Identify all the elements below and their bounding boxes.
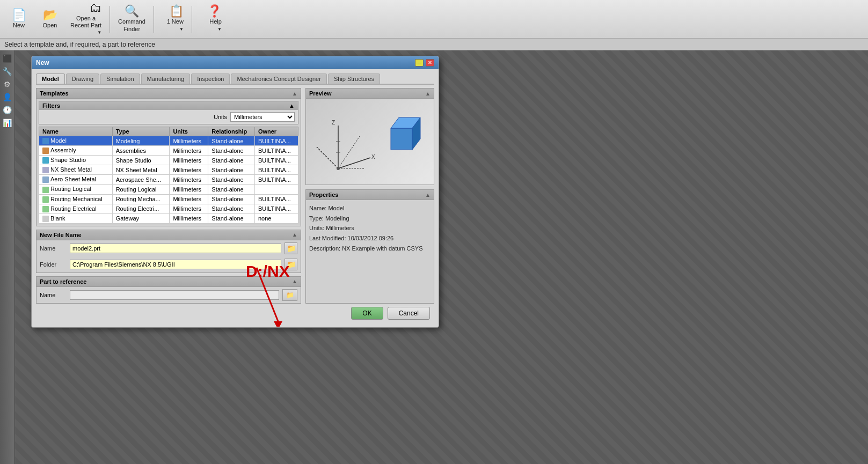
open-recent-icon: 🗂 xyxy=(90,2,101,14)
cell-name: Blank xyxy=(39,213,113,223)
cell-owner: BUILTIN\A... xyxy=(254,165,298,175)
tab-manufacturing[interactable]: Manufacturing xyxy=(141,73,191,84)
sidebar-icon-3[interactable]: ⚙ xyxy=(2,78,13,90)
name-browse-button[interactable]: 📁 xyxy=(285,242,297,254)
svg-marker-10 xyxy=(391,128,412,150)
dialog-minimize-button[interactable]: ─ xyxy=(415,59,424,67)
command-finder-label: CommandFinder xyxy=(118,18,145,32)
cell-type: NX Sheet Metal xyxy=(112,165,170,175)
cell-type: Gateway xyxy=(112,213,170,223)
filters-header[interactable]: Filters ▲ xyxy=(39,101,298,110)
folder-input[interactable] xyxy=(70,260,281,269)
filters-body: Units Millimeters Inches xyxy=(39,110,298,124)
folder-browse-button[interactable]: 📁 xyxy=(285,259,297,270)
prop-type: Type: Modeling xyxy=(309,213,431,224)
1-new-button[interactable]: 📋 1 New ▼ xyxy=(158,3,187,35)
cell-owner: BUILTIN\A... xyxy=(254,204,298,213)
status-text: Select a template and, if required, a pa… xyxy=(4,41,155,48)
tab-drawing[interactable]: Drawing xyxy=(66,73,99,84)
main-area: ⬛ 🔧 ⚙ 👤 🕐 📊 New ─ ✕ xyxy=(0,50,868,464)
part-ref-section: Part to reference ▲ Name 📁 xyxy=(36,276,301,304)
cell-relationship: Stand-alone xyxy=(208,194,255,204)
tab-bar: Model Drawing Simulation Manufacturing I… xyxy=(36,73,434,85)
svg-line-4 xyxy=(317,147,338,168)
units-select[interactable]: Millimeters Inches xyxy=(230,112,295,122)
name-input[interactable] xyxy=(70,244,281,253)
statusbar: Select a template and, if required, a pa… xyxy=(0,39,868,50)
part-ref-header: Part to reference ▲ xyxy=(37,277,301,287)
cell-type: Assemblies xyxy=(112,146,170,156)
cell-units: Millimeters xyxy=(170,146,208,156)
1-new-icon: 📋 xyxy=(169,5,184,17)
preview-header: Preview ▲ xyxy=(306,89,434,99)
table-row[interactable]: Routing Mechanical Routing Mecha... Mill… xyxy=(39,194,298,204)
svg-text:Z: Z xyxy=(332,120,335,126)
cell-type: Modeling xyxy=(112,136,170,146)
sidebar-icon-6[interactable]: 📊 xyxy=(2,117,13,129)
table-row[interactable]: NX Sheet Metal NX Sheet Metal Millimeter… xyxy=(39,165,298,175)
table-row[interactable]: Routing Logical Routing Logical Millimet… xyxy=(39,185,298,194)
cell-name: Model xyxy=(39,136,113,146)
templates-collapse-btn[interactable]: ▲ xyxy=(292,91,297,97)
properties-section: Properties ▲ Name: Model Type: Modeling … xyxy=(305,189,434,304)
new-label: New xyxy=(13,22,25,29)
tab-ship[interactable]: Ship Structures xyxy=(328,73,380,84)
cell-type: Aerospace She... xyxy=(112,175,170,185)
dialog-title: New xyxy=(36,59,49,67)
new-button[interactable]: 📄 New xyxy=(4,6,33,32)
tab-model[interactable]: Model xyxy=(36,73,65,84)
open-recent-button[interactable]: 🗂 Open aRecent Part ▼ xyxy=(67,0,105,39)
folder-row: Folder 📁 xyxy=(37,256,301,272)
workspace: New ─ ✕ Model Drawing Simulation Manufac… xyxy=(15,50,868,464)
help-button[interactable]: ❓ Help ▼ xyxy=(196,3,225,35)
cell-owner: BUILTIN\A... xyxy=(254,156,298,165)
properties-label: Properties xyxy=(309,192,338,198)
dialog-body: Model Drawing Simulation Manufacturing I… xyxy=(32,69,439,327)
file-name-label: New File Name xyxy=(40,232,82,238)
open-button[interactable]: 📂 Open xyxy=(35,6,64,32)
file-name-collapse-btn[interactable]: ▲ xyxy=(292,232,297,238)
preview-collapse-btn[interactable]: ▲ xyxy=(425,91,431,97)
sidebar-icon-5[interactable]: 🕐 xyxy=(2,104,13,116)
cell-owner: none xyxy=(254,213,298,223)
part-ref-browse-button[interactable]: 📁 xyxy=(282,289,297,301)
cell-owner: BUILTIN\A... xyxy=(254,136,298,146)
cell-units: Millimeters xyxy=(170,136,208,146)
filters-box: Filters ▲ Units Millimeters Inches xyxy=(39,101,298,124)
dialog-columns: Templates ▲ Filters ▲ xyxy=(36,88,434,304)
table-row[interactable]: Shape Studio Shape Studio Millimeters St… xyxy=(39,156,298,165)
ok-button[interactable]: OK xyxy=(351,307,383,320)
cancel-button[interactable]: Cancel xyxy=(388,307,430,320)
sidebar-icon-1[interactable]: ⬛ xyxy=(2,53,13,64)
table-row[interactable]: Assembly Assemblies Millimeters Stand-al… xyxy=(39,146,298,156)
cell-owner xyxy=(254,185,298,194)
dialog-close-button[interactable]: ✕ xyxy=(426,59,434,67)
preview-3d-block xyxy=(380,107,423,150)
cell-units: Millimeters xyxy=(170,194,208,204)
dialog-footer: OK Cancel xyxy=(36,304,434,323)
cell-type: Routing Mecha... xyxy=(112,194,170,204)
cell-name: Aero Sheet Metal xyxy=(39,175,113,185)
tab-mechatronics[interactable]: Mechatronics Concept Designer xyxy=(231,73,327,84)
col-owner: Owner xyxy=(254,127,298,136)
table-row[interactable]: Aero Sheet Metal Aerospace She... Millim… xyxy=(39,175,298,185)
cell-type: Routing Logical xyxy=(112,185,170,194)
command-finder-button[interactable]: 🔍 CommandFinder xyxy=(114,3,149,35)
sidebar-icon-4[interactable]: 👤 xyxy=(2,91,13,103)
part-ref-collapse-btn[interactable]: ▲ xyxy=(292,278,297,284)
folder-field-label: Folder xyxy=(40,261,67,268)
tab-simulation[interactable]: Simulation xyxy=(100,73,140,84)
cell-units: Millimeters xyxy=(170,204,208,213)
table-row[interactable]: Routing Electrical Routing Electri... Mi… xyxy=(39,204,298,213)
properties-collapse-btn[interactable]: ▲ xyxy=(425,192,431,198)
table-row[interactable]: Blank Gateway Millimeters Stand-alone no… xyxy=(39,213,298,223)
prop-name: Name: Model xyxy=(309,203,431,213)
cell-units: Millimeters xyxy=(170,175,208,185)
open-label: Open xyxy=(43,22,57,29)
cell-relationship: Stand-alone xyxy=(208,156,255,165)
part-ref-input[interactable] xyxy=(70,290,279,300)
table-row[interactable]: Model Modeling Millimeters Stand-alone B… xyxy=(39,136,298,146)
sidebar-icon-2[interactable]: 🔧 xyxy=(2,65,13,77)
tab-inspection[interactable]: Inspection xyxy=(191,73,230,84)
new-dialog: New ─ ✕ Model Drawing Simulation Manufac… xyxy=(31,56,439,328)
